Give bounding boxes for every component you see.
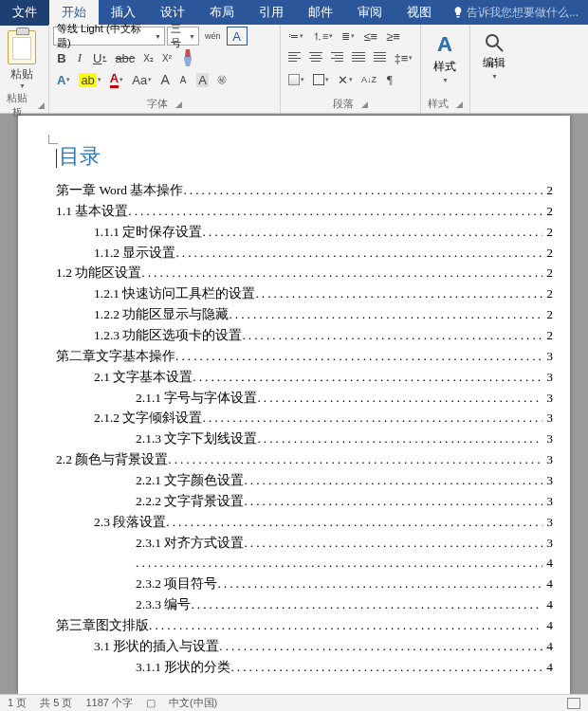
font-dialog-launcher[interactable]: ◢ (175, 100, 182, 109)
editing-button[interactable]: 编辑 ▼ (474, 27, 514, 80)
highlight-button[interactable]: ab▾ (75, 70, 104, 89)
toc-entry[interactable]: 2.1.3 文字下划线设置...........................… (56, 428, 553, 449)
group-paragraph: ≔▾ ⒈≡▾ ≣▾ ≤≡ ≥≡ ‡≡▾ ▾ ▾ ✕▾ A↓Z ¶ (281, 25, 421, 113)
toc-entry[interactable]: 3.1.1 形状的分类.............................… (56, 657, 553, 678)
tab-review[interactable]: 审阅 (345, 0, 395, 26)
font-color-button[interactable]: A▾ (106, 70, 127, 89)
page: 目录 第一章 Word 基本操作........................… (18, 116, 570, 694)
group-paragraph-label: 段落 (333, 97, 354, 111)
svg-point-0 (487, 35, 498, 46)
ribbon: 粘贴 ▼ 粘贴板◢ 等线 Light (中文标题)▼ 三号▼ wén A B I… (0, 25, 588, 114)
styles-button[interactable]: A 样式 ▼ (425, 27, 465, 83)
tab-view[interactable]: 视图 (395, 0, 444, 26)
toc-entry[interactable]: ........................................… (56, 553, 553, 574)
toc-entry[interactable]: 2.2.1 文字颜色设置............................… (56, 470, 553, 491)
magnifier-icon (484, 32, 505, 53)
bold-button[interactable]: B (53, 48, 70, 67)
borders-button[interactable]: ▾ (309, 70, 333, 89)
change-case-button[interactable]: Aa▾ (128, 70, 156, 89)
group-editing: 编辑 ▼ (470, 25, 520, 113)
toc-entry[interactable]: 1.2.2 功能区显示与隐藏..........................… (56, 304, 553, 325)
toc-entry[interactable]: 2.2 颜色与背景设置.............................… (56, 449, 553, 470)
group-font-label: 字体 (147, 97, 168, 111)
status-page[interactable]: 1 页 (8, 696, 27, 710)
align-distributed-button[interactable] (370, 48, 390, 67)
toc-entry[interactable]: 2.3.2 项目符号..............................… (56, 574, 553, 594)
align-justify-button[interactable] (348, 48, 368, 67)
document-area[interactable]: 目录 第一章 Word 基本操作........................… (0, 114, 588, 694)
styles-icon: A (437, 32, 452, 57)
asian-layout-button[interactable]: ✕▾ (334, 70, 357, 89)
italic-button[interactable]: I (71, 48, 88, 67)
toc-entry[interactable]: 第一章 Word 基本操作...........................… (56, 180, 553, 201)
tell-me-search[interactable]: 告诉我您想要做什么... (444, 0, 588, 26)
decrease-indent-button[interactable]: ≤≡ (359, 27, 381, 46)
status-bar: 1 页 共 5 页 1187 个字 ▢ 中文(中国) (0, 694, 588, 711)
group-font: 等线 Light (中文标题)▼ 三号▼ wén A B I U▾ abc X₂… (49, 25, 281, 113)
underline-button[interactable]: U▾ (89, 48, 110, 67)
toc-entry[interactable]: 第三章图文排版.................................… (56, 615, 553, 636)
bullets-button[interactable]: ≔▾ (285, 27, 307, 46)
align-center-button[interactable] (305, 48, 325, 67)
toc-entry[interactable]: 1.2 功能区设置...............................… (56, 263, 553, 283)
tab-mailings[interactable]: 邮件 (296, 0, 345, 26)
numbering-button[interactable]: ⒈≡▾ (308, 27, 337, 46)
toc-entry[interactable]: 1.1.1 定时保存设置............................… (56, 222, 553, 243)
toc-entry[interactable]: 第二章文字基本操作...............................… (56, 346, 553, 367)
group-styles: A 样式 ▼ 样式◢ (421, 25, 470, 113)
tab-layout[interactable]: 布局 (197, 0, 247, 26)
paragraph-dialog-launcher[interactable]: ◢ (361, 100, 368, 109)
clipboard-dialog-launcher[interactable]: ◢ (38, 100, 45, 110)
toc-entry[interactable]: 2.3.1 对齐方式设置............................… (56, 533, 553, 554)
view-read-icon[interactable] (567, 698, 580, 709)
sort-button[interactable]: A↓Z (358, 70, 380, 89)
status-total-pages[interactable]: 共 5 页 (40, 696, 72, 710)
toc-entry[interactable]: 1.2.1 快速访问工具栏的设置........................… (56, 283, 553, 304)
phonetic-guide-button[interactable]: wén (201, 27, 225, 46)
toc-title: 目录 (56, 142, 553, 171)
margin-corner (48, 135, 58, 144)
toc: 第一章 Word 基本操作...........................… (56, 180, 553, 678)
text-effects-button[interactable]: A▾ (53, 70, 74, 89)
show-marks-button[interactable]: ¶ (381, 70, 398, 89)
char-border-button[interactable]: A (227, 27, 248, 46)
status-language[interactable]: 中文(中国) (169, 696, 217, 710)
enclose-char-button[interactable]: ㊙ (213, 70, 230, 89)
subscript-button[interactable]: X₂ (139, 48, 157, 67)
toc-entry[interactable]: 2.2.2 文字背景设置............................… (56, 491, 553, 512)
svg-line-1 (497, 46, 503, 51)
toc-entry[interactable]: 2.3.3 编号................................… (56, 594, 553, 615)
toc-entry[interactable]: 1.1 基本设置................................… (56, 201, 553, 222)
toc-entry[interactable]: 3.1 形状的插入与设置............................… (56, 636, 553, 657)
shrink-font-button[interactable]: A (175, 70, 192, 89)
align-right-button[interactable] (327, 48, 347, 67)
group-styles-label: 样式 (428, 97, 449, 111)
group-clipboard: 粘贴 ▼ 粘贴板◢ (0, 25, 49, 113)
shading-button[interactable]: ▾ (285, 70, 308, 89)
strikethrough-button[interactable]: abc (111, 48, 138, 67)
proofing-icon[interactable]: ▢ (146, 697, 156, 709)
superscript-button[interactable]: X² (158, 48, 175, 67)
increase-indent-button[interactable]: ≥≡ (382, 27, 404, 46)
format-painter-button[interactable] (176, 48, 199, 67)
grow-font-button[interactable]: A (156, 70, 174, 89)
toc-entry[interactable]: 2.1.2 文字倾斜设置............................… (56, 408, 553, 428)
font-name-select[interactable]: 等线 Light (中文标题)▼ (53, 27, 165, 46)
toc-entry[interactable]: 1.1.2 显示设置..............................… (56, 243, 553, 264)
multilevel-button[interactable]: ≣▾ (338, 27, 358, 46)
clipboard-icon (8, 30, 36, 64)
font-size-select[interactable]: 三号▼ (167, 27, 199, 46)
brush-icon (180, 49, 195, 66)
toc-entry[interactable]: 2.3 段落设置................................… (56, 512, 553, 533)
tab-references[interactable]: 引用 (247, 0, 296, 26)
styles-dialog-launcher[interactable]: ◢ (456, 100, 463, 109)
toc-entry[interactable]: 2.1 文字基本设置..............................… (56, 367, 553, 388)
align-left-button[interactable] (285, 48, 304, 67)
toc-entry[interactable]: 1.2.3 功能区选项卡的设置.........................… (56, 325, 553, 346)
tab-file[interactable]: 文件 (0, 0, 49, 26)
toc-entry[interactable]: 2.1.1 字号与字体设置...........................… (56, 388, 553, 409)
paste-button[interactable]: 粘贴 ▼ (4, 27, 40, 89)
line-spacing-button[interactable]: ‡≡▾ (391, 48, 416, 67)
status-word-count[interactable]: 1187 个字 (85, 696, 133, 710)
char-shading-button[interactable]: A (193, 70, 212, 89)
